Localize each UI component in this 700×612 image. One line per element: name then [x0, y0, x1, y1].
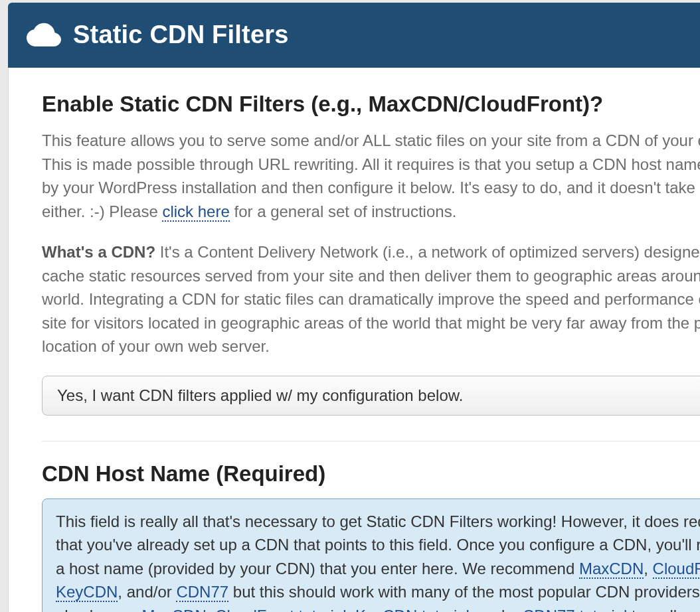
cdn77-link[interactable]: CDN77	[176, 583, 228, 602]
enable-cdn-intro: This feature allows you to serve some an…	[42, 129, 700, 223]
section-divider	[42, 441, 700, 441]
intro-text-b: for a general set of instructions.	[230, 202, 457, 220]
panel-header: Static CDN Filters	[8, 3, 700, 68]
cdn-host-info-box: This field is really all that's necessar…	[42, 498, 700, 612]
cloudfront-tutorial-link[interactable]: CloudFront tutorial	[215, 607, 346, 612]
cloud-icon	[27, 17, 61, 52]
cdn77-tutorial-link[interactable]: CDN77 tutorial	[523, 607, 627, 612]
enable-cdn-heading: Enable Static CDN Filters (e.g., MaxCDN/…	[42, 92, 700, 117]
click-here-link[interactable]: click here	[162, 202, 229, 222]
what-is-cdn-label: What's a CDN?	[42, 243, 155, 261]
keycdn-tutorial-link[interactable]: KeyCDN tutorial	[355, 607, 470, 612]
what-is-cdn-para: What's a CDN? It's a Content Delivery Ne…	[42, 240, 700, 358]
maxcdn-tutorial-link[interactable]: MaxCDN	[141, 607, 206, 612]
keycdn-link[interactable]: KeyCDN	[56, 583, 118, 602]
enable-cdn-select[interactable]: Yes, I want CDN filters applied w/ my co…	[42, 376, 700, 416]
cloudfront-link[interactable]: CloudFront	[653, 560, 700, 579]
cdn-host-heading: CDN Host Name (Required)	[42, 461, 700, 487]
enable-cdn-select-value: Yes, I want CDN filters applied w/ my co…	[57, 386, 463, 405]
panel-body: Enable Static CDN Filters (e.g., MaxCDN/…	[8, 68, 700, 612]
panel-title: Static CDN Filters	[73, 21, 289, 49]
maxcdn-link[interactable]: MaxCDN	[579, 560, 644, 579]
